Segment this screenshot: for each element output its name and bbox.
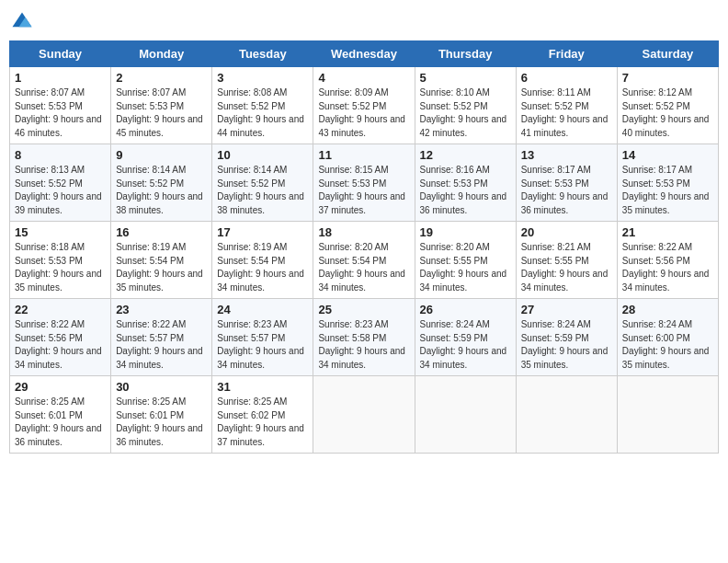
day-info: Sunrise: 8:19 AMSunset: 5:54 PMDaylight:… bbox=[116, 242, 203, 293]
day-number: 5 bbox=[420, 71, 511, 85]
calendar-cell bbox=[516, 376, 617, 454]
calendar-cell: 28 Sunrise: 8:24 AMSunset: 6:00 PMDaylig… bbox=[617, 299, 718, 376]
day-info: Sunrise: 8:25 AMSunset: 6:01 PMDaylight:… bbox=[116, 396, 203, 447]
day-number: 18 bbox=[318, 225, 409, 239]
calendar-week-3: 15 Sunrise: 8:18 AMSunset: 5:53 PMDaylig… bbox=[10, 222, 719, 299]
day-info: Sunrise: 8:10 AMSunset: 5:52 PMDaylight:… bbox=[420, 87, 507, 138]
col-header-monday: Monday bbox=[111, 41, 212, 67]
calendar-week-5: 29 Sunrise: 8:25 AMSunset: 6:01 PMDaylig… bbox=[10, 376, 719, 454]
calendar-cell: 2 Sunrise: 8:07 AMSunset: 5:53 PMDayligh… bbox=[111, 67, 212, 144]
calendar-cell: 24 Sunrise: 8:23 AMSunset: 5:57 PMDaylig… bbox=[212, 299, 313, 376]
day-number: 10 bbox=[217, 148, 308, 162]
calendar-table: SundayMondayTuesdayWednesdayThursdayFrid… bbox=[9, 40, 719, 454]
day-info: Sunrise: 8:22 AMSunset: 5:57 PMDaylight:… bbox=[116, 319, 203, 370]
col-header-tuesday: Tuesday bbox=[212, 41, 313, 67]
calendar-cell bbox=[313, 376, 415, 454]
calendar-cell bbox=[617, 376, 718, 454]
day-info: Sunrise: 8:07 AMSunset: 5:53 PMDaylight:… bbox=[15, 87, 102, 138]
calendar-cell: 10 Sunrise: 8:14 AMSunset: 5:52 PMDaylig… bbox=[212, 144, 313, 222]
calendar-cell: 15 Sunrise: 8:18 AMSunset: 5:53 PMDaylig… bbox=[10, 222, 111, 299]
day-number: 23 bbox=[116, 303, 207, 316]
calendar-cell: 6 Sunrise: 8:11 AMSunset: 5:52 PMDayligh… bbox=[516, 67, 617, 144]
calendar-cell: 27 Sunrise: 8:24 AMSunset: 5:59 PMDaylig… bbox=[516, 299, 617, 376]
day-number: 14 bbox=[622, 148, 713, 162]
day-info: Sunrise: 8:14 AMSunset: 5:52 PMDaylight:… bbox=[116, 165, 203, 215]
day-number: 6 bbox=[521, 71, 612, 85]
calendar-body: 1 Sunrise: 8:07 AMSunset: 5:53 PMDayligh… bbox=[10, 67, 719, 454]
calendar-cell: 4 Sunrise: 8:09 AMSunset: 5:52 PMDayligh… bbox=[313, 67, 415, 144]
calendar-week-4: 22 Sunrise: 8:22 AMSunset: 5:56 PMDaylig… bbox=[10, 299, 719, 376]
calendar-cell: 26 Sunrise: 8:24 AMSunset: 5:59 PMDaylig… bbox=[415, 299, 516, 376]
day-number: 4 bbox=[318, 71, 409, 85]
calendar-cell: 29 Sunrise: 8:25 AMSunset: 6:01 PMDaylig… bbox=[10, 376, 111, 454]
calendar-cell: 18 Sunrise: 8:20 AMSunset: 5:54 PMDaylig… bbox=[313, 222, 415, 299]
day-info: Sunrise: 8:12 AMSunset: 5:52 PMDaylight:… bbox=[622, 87, 710, 138]
calendar-cell: 25 Sunrise: 8:23 AMSunset: 5:58 PMDaylig… bbox=[313, 299, 415, 376]
calendar-cell: 9 Sunrise: 8:14 AMSunset: 5:52 PMDayligh… bbox=[111, 144, 212, 222]
calendar-header-row: SundayMondayTuesdayWednesdayThursdayFrid… bbox=[10, 41, 719, 67]
day-number: 7 bbox=[622, 71, 713, 85]
calendar-cell: 13 Sunrise: 8:17 AMSunset: 5:53 PMDaylig… bbox=[516, 144, 617, 222]
calendar-cell: 21 Sunrise: 8:22 AMSunset: 5:56 PMDaylig… bbox=[617, 222, 718, 299]
day-info: Sunrise: 8:23 AMSunset: 5:58 PMDaylight:… bbox=[318, 319, 405, 370]
calendar-cell: 8 Sunrise: 8:13 AMSunset: 5:52 PMDayligh… bbox=[10, 144, 111, 222]
day-info: Sunrise: 8:14 AMSunset: 5:52 PMDaylight:… bbox=[217, 165, 304, 215]
day-number: 25 bbox=[318, 303, 409, 316]
day-info: Sunrise: 8:16 AMSunset: 5:53 PMDaylight:… bbox=[420, 165, 507, 215]
day-number: 19 bbox=[420, 225, 511, 239]
day-number: 15 bbox=[15, 225, 106, 239]
calendar-week-1: 1 Sunrise: 8:07 AMSunset: 5:53 PMDayligh… bbox=[10, 67, 719, 144]
day-number: 30 bbox=[116, 380, 207, 394]
day-number: 24 bbox=[217, 303, 308, 316]
day-number: 3 bbox=[217, 71, 308, 85]
day-info: Sunrise: 8:13 AMSunset: 5:52 PMDaylight:… bbox=[15, 165, 102, 215]
calendar-cell: 5 Sunrise: 8:10 AMSunset: 5:52 PMDayligh… bbox=[415, 67, 516, 144]
day-number: 11 bbox=[318, 148, 409, 162]
day-info: Sunrise: 8:17 AMSunset: 5:53 PMDaylight:… bbox=[521, 165, 609, 215]
day-info: Sunrise: 8:17 AMSunset: 5:53 PMDaylight:… bbox=[622, 165, 710, 215]
day-info: Sunrise: 8:25 AMSunset: 6:01 PMDaylight:… bbox=[15, 396, 102, 447]
calendar-cell: 3 Sunrise: 8:08 AMSunset: 5:52 PMDayligh… bbox=[212, 67, 313, 144]
day-number: 29 bbox=[15, 380, 106, 394]
day-number: 8 bbox=[15, 148, 106, 162]
day-number: 22 bbox=[15, 303, 106, 316]
col-header-friday: Friday bbox=[516, 41, 617, 67]
col-header-sunday: Sunday bbox=[10, 41, 111, 67]
day-number: 21 bbox=[622, 225, 713, 239]
page-header bbox=[9, 9, 719, 35]
calendar-cell: 1 Sunrise: 8:07 AMSunset: 5:53 PMDayligh… bbox=[10, 67, 111, 144]
day-info: Sunrise: 8:25 AMSunset: 6:02 PMDaylight:… bbox=[217, 396, 304, 447]
calendar-cell: 17 Sunrise: 8:19 AMSunset: 5:54 PMDaylig… bbox=[212, 222, 313, 299]
day-info: Sunrise: 8:24 AMSunset: 5:59 PMDaylight:… bbox=[420, 319, 507, 370]
calendar-cell: 14 Sunrise: 8:17 AMSunset: 5:53 PMDaylig… bbox=[617, 144, 718, 222]
day-number: 2 bbox=[116, 71, 207, 85]
day-number: 1 bbox=[15, 71, 106, 85]
calendar-cell: 22 Sunrise: 8:22 AMSunset: 5:56 PMDaylig… bbox=[10, 299, 111, 376]
day-info: Sunrise: 8:24 AMSunset: 6:00 PMDaylight:… bbox=[622, 319, 710, 370]
calendar-cell: 20 Sunrise: 8:21 AMSunset: 5:55 PMDaylig… bbox=[516, 222, 617, 299]
day-info: Sunrise: 8:08 AMSunset: 5:52 PMDaylight:… bbox=[217, 87, 304, 138]
calendar-cell bbox=[415, 376, 516, 454]
logo-icon bbox=[9, 9, 35, 35]
day-info: Sunrise: 8:24 AMSunset: 5:59 PMDaylight:… bbox=[521, 319, 609, 370]
calendar-cell: 11 Sunrise: 8:15 AMSunset: 5:53 PMDaylig… bbox=[313, 144, 415, 222]
calendar-cell: 30 Sunrise: 8:25 AMSunset: 6:01 PMDaylig… bbox=[111, 376, 212, 454]
day-number: 17 bbox=[217, 225, 308, 239]
day-info: Sunrise: 8:18 AMSunset: 5:53 PMDaylight:… bbox=[15, 242, 102, 293]
day-number: 28 bbox=[622, 303, 713, 316]
day-info: Sunrise: 8:23 AMSunset: 5:57 PMDaylight:… bbox=[217, 319, 304, 370]
calendar-week-2: 8 Sunrise: 8:13 AMSunset: 5:52 PMDayligh… bbox=[10, 144, 719, 222]
day-info: Sunrise: 8:11 AMSunset: 5:52 PMDaylight:… bbox=[521, 87, 609, 138]
calendar-cell: 7 Sunrise: 8:12 AMSunset: 5:52 PMDayligh… bbox=[617, 67, 718, 144]
day-info: Sunrise: 8:21 AMSunset: 5:55 PMDaylight:… bbox=[521, 242, 609, 293]
calendar-cell: 23 Sunrise: 8:22 AMSunset: 5:57 PMDaylig… bbox=[111, 299, 212, 376]
day-info: Sunrise: 8:20 AMSunset: 5:54 PMDaylight:… bbox=[318, 242, 405, 293]
day-number: 20 bbox=[521, 225, 612, 239]
col-header-saturday: Saturday bbox=[617, 41, 718, 67]
calendar-cell: 19 Sunrise: 8:20 AMSunset: 5:55 PMDaylig… bbox=[415, 222, 516, 299]
day-number: 26 bbox=[420, 303, 511, 316]
calendar-cell: 16 Sunrise: 8:19 AMSunset: 5:54 PMDaylig… bbox=[111, 222, 212, 299]
day-info: Sunrise: 8:20 AMSunset: 5:55 PMDaylight:… bbox=[420, 242, 507, 293]
col-header-wednesday: Wednesday bbox=[313, 41, 415, 67]
day-info: Sunrise: 8:07 AMSunset: 5:53 PMDaylight:… bbox=[116, 87, 203, 138]
